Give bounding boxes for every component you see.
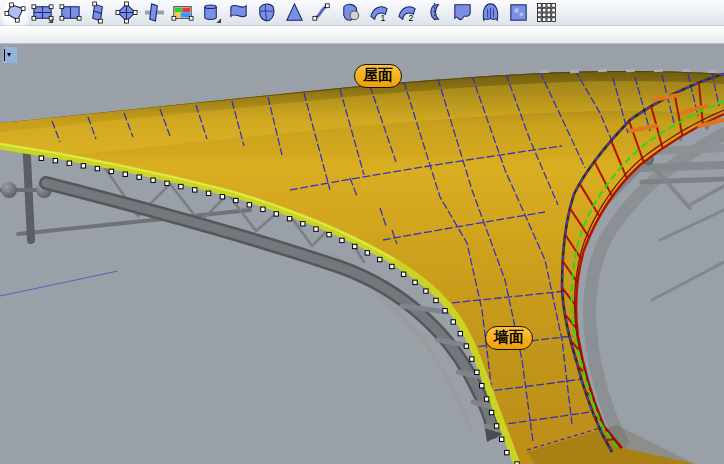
toolbar-button-rail-revolve[interactable] xyxy=(338,1,363,25)
control-point[interactable] xyxy=(434,298,438,302)
wall-surface-label[interactable]: 墙面 xyxy=(485,326,533,350)
control-point[interactable] xyxy=(451,320,455,324)
toolbar-button-surface-corner-points[interactable] xyxy=(2,1,27,25)
toolbar-button-extrude-curve[interactable] xyxy=(198,1,223,25)
toolbar-button-sweep-1-rail[interactable]: 1 xyxy=(366,1,391,25)
drape-surface-icon xyxy=(479,1,502,24)
toolbar-button-rectangular-plane[interactable] xyxy=(30,1,55,25)
toolbar-button-loft[interactable] xyxy=(226,1,251,25)
control-point[interactable] xyxy=(470,357,474,361)
heightfield-from-image-icon xyxy=(507,1,530,24)
sweep-2-rails-icon: 2 xyxy=(395,1,418,24)
roof-surface-label[interactable]: 屋面 xyxy=(354,64,402,88)
control-point[interactable] xyxy=(247,203,251,207)
toolbar-button-extrude-to-point[interactable] xyxy=(282,1,307,25)
curtain-surface-icon xyxy=(451,1,474,24)
sweep-1-rail-icon: 1 xyxy=(367,1,390,24)
point-grid-icon xyxy=(535,1,558,24)
truss-ball-joint xyxy=(1,182,17,198)
extrude-to-point-icon xyxy=(283,1,306,24)
control-point[interactable] xyxy=(390,264,394,268)
extrude-along-curve-icon xyxy=(311,1,334,24)
control-point[interactable] xyxy=(424,289,428,293)
svg-text:1: 1 xyxy=(380,13,385,23)
control-point[interactable] xyxy=(123,172,127,176)
toolbar-button-drape-surface[interactable] xyxy=(478,1,503,25)
control-point[interactable] xyxy=(95,166,99,170)
toolbar-button-revolve[interactable] xyxy=(422,1,447,25)
control-point[interactable] xyxy=(314,227,318,231)
control-point[interactable] xyxy=(494,424,498,428)
viewport-scene[interactable] xyxy=(0,44,724,464)
cutting-plane-icon xyxy=(143,1,166,24)
cad-window: 12 xyxy=(0,0,724,464)
toolbar-button-extrude-along-curve[interactable] xyxy=(310,1,335,25)
surface-toolbar: 12 xyxy=(0,0,724,26)
control-point[interactable] xyxy=(475,370,479,374)
control-point[interactable] xyxy=(413,280,417,284)
control-point[interactable] xyxy=(261,207,265,211)
control-point[interactable] xyxy=(151,178,155,182)
surface-from-points-icon xyxy=(115,1,138,24)
control-point[interactable] xyxy=(458,331,462,335)
control-point[interactable] xyxy=(137,175,141,179)
picture-frame-icon xyxy=(171,1,194,24)
toolbar-gap xyxy=(0,26,724,44)
revolve-icon xyxy=(423,1,446,24)
control-point[interactable] xyxy=(206,191,210,195)
control-point[interactable] xyxy=(179,184,183,188)
control-point[interactable] xyxy=(287,217,291,221)
plane-3-points-icon xyxy=(59,1,82,24)
control-point[interactable] xyxy=(39,156,43,160)
chevron-down-icon: ▾ xyxy=(7,51,11,59)
control-point[interactable] xyxy=(480,384,484,388)
toolbar-button-surface-from-network[interactable] xyxy=(254,1,279,25)
toolbar-button-plane-3-points[interactable] xyxy=(58,1,83,25)
rail-revolve-icon xyxy=(339,1,362,24)
toolbar-button-surface-from-points[interactable] xyxy=(114,1,139,25)
control-point[interactable] xyxy=(301,222,305,226)
control-point[interactable] xyxy=(81,164,85,168)
control-point[interactable] xyxy=(500,437,504,441)
control-point[interactable] xyxy=(365,251,369,255)
control-point[interactable] xyxy=(443,309,447,313)
toolbar-button-vertical-plane[interactable] xyxy=(86,1,111,25)
toolbar-button-heightfield-from-image[interactable] xyxy=(506,1,531,25)
control-point[interactable] xyxy=(53,158,57,162)
control-point[interactable] xyxy=(234,198,238,202)
control-point[interactable] xyxy=(274,212,278,216)
control-point[interactable] xyxy=(67,161,71,165)
control-point[interactable] xyxy=(220,195,224,199)
control-point[interactable] xyxy=(401,272,405,276)
3d-viewport[interactable]: ▾ 屋面 墙面 xyxy=(0,44,724,464)
control-point[interactable] xyxy=(109,169,113,173)
control-point[interactable] xyxy=(165,181,169,185)
toolbar-button-point-grid[interactable] xyxy=(534,1,559,25)
toolbar-button-cutting-plane[interactable] xyxy=(142,1,167,25)
extrude-curve-icon xyxy=(199,1,222,24)
control-point[interactable] xyxy=(489,410,493,414)
surface-from-network-icon xyxy=(255,1,278,24)
svg-text:2: 2 xyxy=(408,13,413,23)
control-point[interactable] xyxy=(464,344,468,348)
loft-icon xyxy=(227,1,250,24)
toolbar-button-picture-frame[interactable] xyxy=(170,1,195,25)
control-point[interactable] xyxy=(484,397,488,401)
control-point[interactable] xyxy=(193,188,197,192)
vertical-plane-icon xyxy=(87,1,110,24)
toolbar-button-curtain-surface[interactable] xyxy=(450,1,475,25)
control-point[interactable] xyxy=(340,238,344,242)
background-construction-line xyxy=(0,271,118,296)
toolbar-button-sweep-2-rails[interactable]: 2 xyxy=(394,1,419,25)
control-point[interactable] xyxy=(378,257,382,261)
viewport-menu-button[interactable]: ▾ xyxy=(3,47,17,63)
surface-corner-points-icon xyxy=(3,1,26,24)
control-point[interactable] xyxy=(327,232,331,236)
rectangular-plane-icon xyxy=(31,1,54,24)
control-point[interactable] xyxy=(353,244,357,248)
control-point[interactable] xyxy=(505,450,509,454)
